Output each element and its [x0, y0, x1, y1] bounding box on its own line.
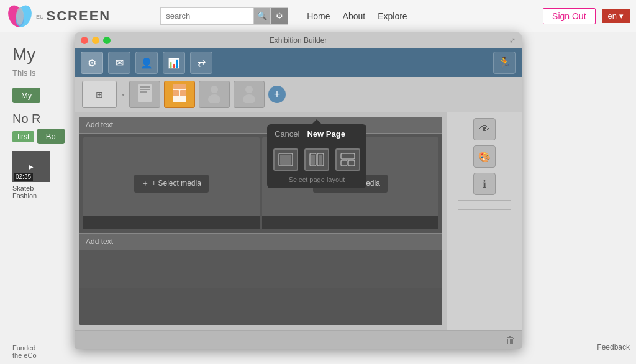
maximize-window-button[interactable] — [103, 37, 111, 44]
delete-page-button[interactable]: 🗑 — [506, 335, 516, 346]
modal-title: Exhibition Builder — [270, 36, 327, 45]
svg-rect-4 — [140, 86, 150, 88]
video-thumbnail: ▶ 02:35 — [12, 151, 50, 182]
builder-sidebar: 👁 🎨 ℹ — [447, 112, 522, 330]
builder-bottom-bar: 🗑 — [75, 330, 522, 349]
page-tab-layout[interactable] — [164, 81, 195, 108]
svg-rect-22 — [341, 160, 347, 166]
plus-icon-1: ＋ — [142, 178, 149, 189]
search-settings-button[interactable]: ⚙ — [271, 7, 288, 25]
svg-rect-8 — [173, 84, 186, 89]
person1-icon — [207, 84, 222, 105]
sidebar-separator — [458, 200, 511, 201]
popup-layouts — [267, 143, 366, 173]
layout-page-icon — [171, 84, 188, 106]
page-tab-person2[interactable] — [234, 81, 265, 108]
settings-icon: ⚙ — [88, 57, 96, 69]
palette-icon: 🎨 — [478, 151, 491, 163]
logo-eu: EU — [36, 14, 44, 20]
search-wrapper: 🔍 ⚙ — [160, 7, 288, 25]
sidebar-separator-2 — [458, 209, 511, 210]
nav-home[interactable]: Home — [307, 11, 330, 21]
media-caption-2 — [262, 216, 438, 229]
svg-point-11 — [211, 86, 218, 93]
canvas-extra-space — [80, 250, 442, 288]
top-navigation: EU SCREEN 🔍 ⚙ Home About Explore Sign Ou… — [0, 0, 636, 32]
nav-about[interactable]: About — [343, 11, 366, 21]
svg-rect-9 — [173, 90, 179, 96]
toolbar-users-button[interactable]: 👤 — [135, 52, 158, 74]
popup-title: New Page — [307, 129, 345, 139]
toolbar-mail-button[interactable]: ✉ — [108, 52, 130, 74]
run-icon: 🏃 — [497, 56, 511, 70]
funded-text: Funded — [12, 344, 35, 352]
search-button[interactable]: 🔍 — [253, 7, 271, 25]
logo-text: SCREEN — [47, 8, 111, 24]
grid-icon: ⊞ — [96, 89, 103, 99]
select-media-button-1[interactable]: ＋ + Select media — [134, 175, 209, 193]
svg-point-2 — [16, 7, 24, 25]
svg-rect-23 — [348, 160, 355, 166]
minimize-window-button[interactable] — [92, 37, 99, 44]
page-tab-text[interactable] — [129, 81, 160, 108]
popup-header: Cancel New Page — [267, 124, 366, 143]
person2-icon — [242, 84, 257, 105]
text-page-icon — [137, 84, 153, 106]
video-time: 02:35 — [14, 173, 33, 181]
my-button[interactable]: My — [12, 88, 40, 103]
users-icon: 👤 — [140, 57, 153, 69]
svg-point-13 — [245, 86, 253, 93]
svg-rect-10 — [180, 90, 186, 96]
layout-option-1[interactable] — [273, 148, 298, 171]
svg-rect-6 — [140, 91, 147, 93]
toolbar-analytics-button[interactable]: 📊 — [163, 52, 185, 74]
analytics-icon: 📊 — [168, 57, 180, 69]
toolbar-right: 🏃 — [493, 52, 516, 74]
chevron-down-icon: ▾ — [619, 11, 624, 20]
media-cell-1: ＋ + Select media — [83, 137, 260, 229]
toolbar-settings-button[interactable]: ⚙ — [81, 52, 103, 74]
search-input[interactable] — [160, 7, 253, 25]
logo-icon — [6, 4, 34, 29]
language-label: en — [608, 11, 617, 20]
svg-rect-20 — [319, 155, 322, 165]
svg-rect-5 — [140, 89, 150, 90]
search-icon: 🔍 — [257, 11, 267, 20]
close-window-button[interactable] — [81, 37, 88, 44]
layout-option-2[interactable] — [304, 148, 329, 171]
add-text-top[interactable]: Add text — [80, 117, 442, 134]
feedback-link[interactable]: Feedback — [597, 343, 630, 352]
bo-button[interactable]: Bo — [37, 129, 65, 144]
svg-point-14 — [243, 94, 255, 103]
page-tab-person1[interactable] — [199, 81, 230, 108]
svg-point-12 — [208, 94, 220, 103]
add-page-button[interactable]: + — [268, 86, 286, 103]
svg-rect-19 — [311, 155, 315, 165]
svg-rect-16 — [280, 155, 291, 165]
popup-cancel-button[interactable]: Cancel — [275, 129, 299, 139]
eco-text: the eCo — [12, 352, 37, 359]
mail-icon: ✉ — [116, 57, 124, 69]
sidebar-palette-button[interactable]: 🎨 — [473, 145, 496, 168]
gear-icon: ⚙ — [276, 11, 283, 20]
nav-links: Home About Explore — [307, 11, 407, 21]
nav-explore[interactable]: Explore — [378, 11, 407, 21]
sidebar-info-button[interactable]: ℹ — [473, 173, 496, 195]
logo: EU SCREEN — [6, 4, 111, 29]
modal-titlebar: Exhibition Builder ⤢ — [75, 32, 522, 48]
sign-out-button[interactable]: Sign Out — [543, 8, 595, 24]
exhibition-builder-modal: Exhibition Builder ⤢ ⚙ ✉ 👤 📊 ⇄ 🏃 ⊞ — [75, 32, 522, 349]
canvas-inner: Add text ＋ + Select media ＋ + Select med… — [80, 117, 442, 325]
language-button[interactable]: en ▾ — [602, 9, 630, 23]
expand-icon[interactable]: ⤢ — [509, 36, 516, 45]
add-text-bottom[interactable]: Add text — [80, 233, 442, 250]
eye-icon: 👁 — [479, 124, 489, 135]
shuffle-icon: ⇄ — [198, 57, 206, 69]
run-button[interactable]: 🏃 — [493, 52, 516, 74]
page-tab-grid[interactable]: ⊞ — [82, 81, 117, 108]
builder-toolbar: ⚙ ✉ 👤 📊 ⇄ 🏃 — [75, 48, 522, 77]
page-tabs: ⊞ — [75, 77, 522, 112]
sidebar-view-button[interactable]: 👁 — [473, 118, 496, 140]
layout-option-3[interactable] — [335, 148, 360, 171]
toolbar-shuffle-button[interactable]: ⇄ — [190, 52, 212, 74]
